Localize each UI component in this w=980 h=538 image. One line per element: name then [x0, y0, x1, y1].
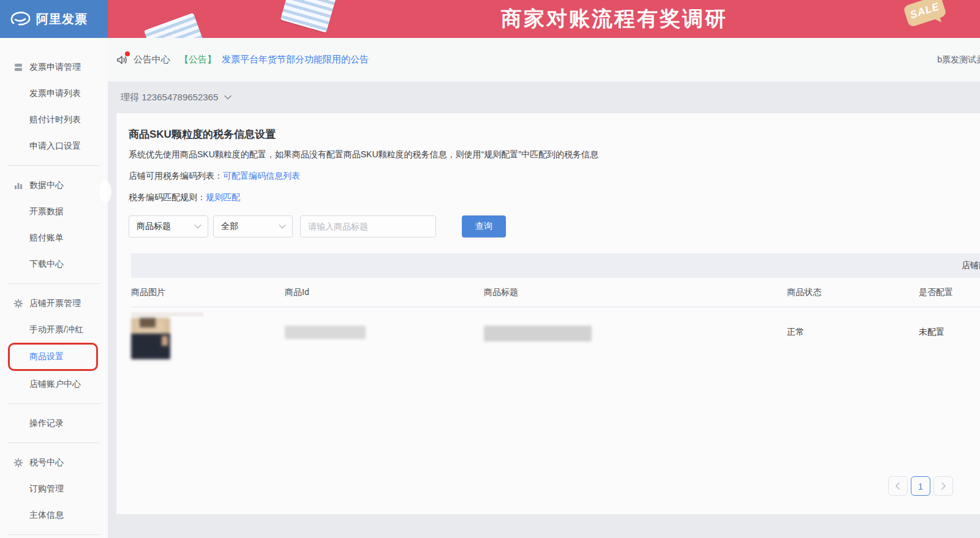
header-product-status: 商品状态: [787, 287, 919, 298]
spacer: [129, 368, 980, 476]
chevron-right-icon: [940, 482, 946, 490]
product-image-cell: [131, 312, 285, 359]
sidebar-item-download-center[interactable]: 下载中心: [0, 251, 108, 277]
shop-selector-label: 理得 123654789652365: [121, 92, 218, 103]
bar-chart-icon: [13, 181, 23, 190]
shop-products-tab[interactable]: 店铺商品: [962, 260, 980, 271]
blurred-product-id: [285, 326, 366, 339]
tax-code-list-link[interactable]: 可配置编码信息列表: [223, 171, 300, 181]
status-value: 正常: [787, 327, 919, 338]
app-root: 阿里发票 发票申请管理 发票申请列表 赔付计时列表 申请入口设置 数: [0, 0, 980, 538]
sidebar-item-compensation-bill[interactable]: 赔付账单: [0, 225, 108, 251]
table-tab-strip: 店铺商品: [131, 253, 980, 278]
logo[interactable]: 阿里发票: [0, 0, 108, 38]
sidebar-collapse-handle[interactable]: [99, 181, 111, 203]
rule-match-link[interactable]: 规则匹配: [206, 192, 240, 202]
content-card: 商品SKU颗粒度的税务信息设置 系统优先使用商品SKU颗粒度的配置，如果商品没有…: [116, 113, 980, 514]
gear-icon: [13, 299, 23, 308]
sidebar-item-compensation-timer-list[interactable]: 赔付计时列表: [0, 106, 108, 133]
config-status-value: 未配置: [919, 327, 980, 338]
page-number-button[interactable]: 1: [911, 476, 930, 496]
field-select[interactable]: 商品标题: [129, 215, 208, 237]
tax-code-list-label: 店铺可用税务编码列表：: [129, 171, 223, 181]
status-select[interactable]: 全部: [213, 215, 293, 237]
sidebar-group-label: 店铺开票管理: [29, 298, 81, 309]
sidebar-divider: [7, 403, 100, 404]
sidebar-item-manual-invoice[interactable]: 手动开票/冲红: [0, 316, 108, 343]
sidebar-group-label: 数据中心: [29, 180, 64, 191]
sidebar-group-invoice-apply[interactable]: 发票申请管理: [0, 54, 108, 80]
table-row[interactable]: 正常 未配置: [131, 307, 980, 368]
header-product-id: 商品Id: [285, 287, 484, 298]
chevron-down-icon: [194, 224, 202, 229]
sidebar-item-shop-account-center[interactable]: 店铺账户中心: [0, 371, 108, 397]
sidebar-item-invoicing-data[interactable]: 开票数据: [0, 198, 108, 225]
announcement-bar: 公告中心 【公告】 发票平台年货节部分功能限用的公告 b票发测试卖家: [108, 38, 980, 81]
sidebar-divider: [7, 283, 100, 284]
keyword-input[interactable]: [300, 215, 436, 237]
product-title-cell: [484, 312, 787, 342]
filter-bar: 商品标题 全部 查询: [129, 215, 980, 237]
search-button[interactable]: 查询: [462, 215, 506, 237]
rule-match-label: 税务编码匹配规则：: [129, 192, 206, 202]
header-product-title: 商品标题: [484, 287, 787, 298]
alibaba-logo-icon: [10, 11, 31, 27]
sidebar-item-invoice-apply-list[interactable]: 发票申请列表: [0, 80, 108, 106]
sidebar-group-shop-invoicing[interactable]: 店铺开票管理: [0, 290, 108, 316]
chevron-left-icon: [895, 482, 901, 490]
prev-page-button[interactable]: [888, 476, 908, 496]
sidebar-nav: 发票申请管理 发票申请列表 赔付计时列表 申请入口设置 数据中心 开票数据 赔付…: [0, 38, 108, 538]
header-product-image: 商品图片: [131, 287, 285, 298]
status-select-value: 全部: [221, 221, 238, 232]
product-thumbnail[interactable]: [131, 318, 170, 359]
chevron-down-icon: [224, 95, 232, 100]
promo-banner[interactable]: 商家对账流程有奖调研 SALE: [108, 0, 980, 38]
banner-title: 商家对账流程有奖调研: [108, 5, 980, 33]
sidebar: 阿里发票 发票申请管理 发票申请列表 赔付计时列表 申请入口设置 数: [0, 0, 108, 538]
sidebar-group-label: 税号中心: [29, 457, 64, 468]
shop-selector[interactable]: 理得 123654789652365: [116, 81, 980, 113]
blurred-label: [131, 312, 203, 316]
product-status-cell: 正常: [787, 312, 919, 338]
chevron-down-icon: [279, 224, 286, 229]
sidebar-divider: [7, 534, 100, 535]
announcement-center-label[interactable]: 公告中心: [134, 54, 170, 65]
blurred-product-title: [484, 326, 592, 342]
account-name[interactable]: b票发测试卖家: [937, 54, 980, 65]
next-page-button[interactable]: [933, 476, 953, 496]
table-header-row: 商品图片 商品Id 商品标题 商品状态 是否配置: [131, 278, 980, 307]
notification-dot: [125, 51, 130, 56]
invoice-icon: [13, 62, 23, 72]
gear-icon: [13, 458, 23, 468]
announcement-tag: 【公告】: [179, 54, 216, 65]
sidebar-group-data-center[interactable]: 数据中心: [0, 172, 108, 198]
sidebar-item-apply-entry-settings[interactable]: 申请入口设置: [0, 133, 108, 159]
config-status-cell: 未配置: [919, 312, 980, 338]
sidebar-item-order-management[interactable]: 订购管理: [0, 476, 108, 502]
sidebar-divider: [7, 165, 100, 166]
product-id-cell: [285, 312, 484, 339]
content-wrapper: 理得 123654789652365 商品SKU颗粒度的税务信息设置 系统优先使…: [108, 81, 980, 538]
page-title: 商品SKU颗粒度的税务信息设置: [129, 127, 980, 141]
speaker-icon: [116, 54, 128, 66]
sidebar-item-operation-log[interactable]: 操作记录: [0, 410, 108, 436]
sidebar-group-tax-id-center[interactable]: 税号中心: [0, 449, 108, 476]
header-config-status: 是否配置: [919, 287, 980, 298]
field-select-value: 商品标题: [137, 221, 171, 232]
main-area: 商家对账流程有奖调研 SALE 公告中心 【公告】 发票平台年货节部分功能限用的…: [108, 0, 980, 538]
sidebar-item-entity-info[interactable]: 主体信息: [0, 502, 108, 528]
sidebar-divider: [7, 443, 100, 443]
sidebar-group-label: 发票申请管理: [29, 62, 81, 73]
sidebar-item-product-settings[interactable]: 商品设置: [10, 345, 64, 369]
pagination: 1: [129, 476, 980, 514]
logo-text: 阿里发票: [36, 11, 88, 28]
announcement-link[interactable]: 发票平台年货节部分功能限用的公告: [222, 54, 369, 65]
active-item-highlight-box: 商品设置: [8, 343, 98, 371]
page-description: 系统优先使用商品SKU颗粒度的配置，如果商品没有配置商品SKU颗粒度的税务信息，…: [129, 149, 980, 160]
